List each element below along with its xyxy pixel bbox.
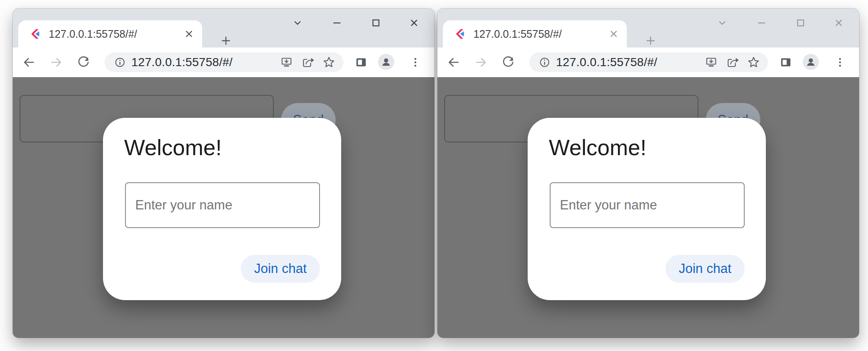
- join-chat-button[interactable]: Join chat: [665, 255, 745, 283]
- new-tab-button[interactable]: [220, 34, 232, 47]
- tab-title: 127.0.0.1:55758/#/: [49, 28, 176, 40]
- profile-avatar[interactable]: [378, 54, 394, 70]
- address-bar[interactable]: 127.0.0.1:55758/#/: [105, 53, 343, 72]
- maximize-button[interactable]: [370, 17, 382, 29]
- browser-toolbar: 127.0.0.1:55758/#/: [437, 47, 859, 77]
- back-button[interactable]: [22, 56, 36, 69]
- site-info-icon[interactable]: [538, 56, 551, 69]
- tab-close-icon[interactable]: [183, 28, 195, 40]
- tab-search-chevron-icon[interactable]: [716, 17, 729, 29]
- forward-button[interactable]: [474, 56, 488, 69]
- welcome-dialog: Welcome! Join chat: [103, 118, 341, 300]
- dialog-title: Welcome!: [549, 135, 646, 160]
- welcome-dialog: Welcome! Join chat: [528, 118, 766, 300]
- browser-window-left: 127.0.0.1:55758/#/ 127.0.0.1:55758/#/: [13, 8, 434, 338]
- site-info-icon[interactable]: [114, 56, 126, 69]
- flet-logo-icon: [29, 28, 40, 39]
- tab-close-icon[interactable]: [607, 28, 620, 40]
- browser-tab[interactable]: 127.0.0.1:55758/#/: [18, 20, 202, 47]
- desktop: 127.0.0.1:55758/#/ 127.0.0.1:55758/#/: [0, 0, 868, 351]
- window-close-button[interactable]: [832, 17, 845, 29]
- browser-window-right: 127.0.0.1:55758/#/ 127.0.0.1:55758/#/: [437, 8, 859, 338]
- side-panel-icon[interactable]: [779, 56, 793, 69]
- minimize-button[interactable]: [331, 17, 343, 29]
- bookmark-star-icon[interactable]: [322, 56, 336, 69]
- tab-title: 127.0.0.1:55758/#/: [473, 28, 601, 40]
- install-app-icon[interactable]: [704, 56, 718, 69]
- minimize-button[interactable]: [755, 17, 768, 29]
- browser-toolbar: 127.0.0.1:55758/#/: [13, 47, 434, 77]
- profile-avatar[interactable]: [803, 54, 819, 70]
- window-close-button[interactable]: [408, 17, 420, 29]
- page-content-dimmed: Send Welcome! Join chat: [437, 77, 859, 338]
- tab-strip: 127.0.0.1:55758/#/: [13, 8, 434, 47]
- reload-button[interactable]: [501, 56, 515, 69]
- address-bar[interactable]: 127.0.0.1:55758/#/: [529, 53, 768, 72]
- install-app-icon[interactable]: [280, 56, 293, 69]
- share-icon[interactable]: [301, 56, 314, 69]
- name-input[interactable]: [125, 182, 320, 228]
- join-chat-button[interactable]: Join chat: [241, 255, 320, 283]
- more-menu-icon[interactable]: [833, 56, 847, 69]
- forward-button[interactable]: [50, 56, 63, 69]
- url-text: 127.0.0.1:55758/#/: [131, 56, 280, 69]
- tab-strip: 127.0.0.1:55758/#/: [437, 8, 859, 47]
- reload-button[interactable]: [77, 56, 90, 69]
- browser-tab[interactable]: 127.0.0.1:55758/#/: [443, 20, 627, 47]
- share-icon[interactable]: [726, 56, 739, 69]
- url-text: 127.0.0.1:55758/#/: [556, 56, 704, 69]
- dialog-title: Welcome!: [124, 135, 222, 160]
- new-tab-button[interactable]: [644, 34, 657, 47]
- back-button[interactable]: [447, 56, 460, 69]
- page-content-dimmed: Send Welcome! Join chat: [13, 77, 434, 338]
- side-panel-icon[interactable]: [354, 56, 368, 69]
- maximize-button[interactable]: [794, 17, 807, 29]
- flet-logo-icon: [454, 28, 465, 39]
- tab-search-chevron-icon[interactable]: [291, 17, 304, 29]
- name-input[interactable]: [550, 182, 745, 228]
- bookmark-star-icon[interactable]: [747, 56, 760, 69]
- more-menu-icon[interactable]: [409, 56, 422, 69]
